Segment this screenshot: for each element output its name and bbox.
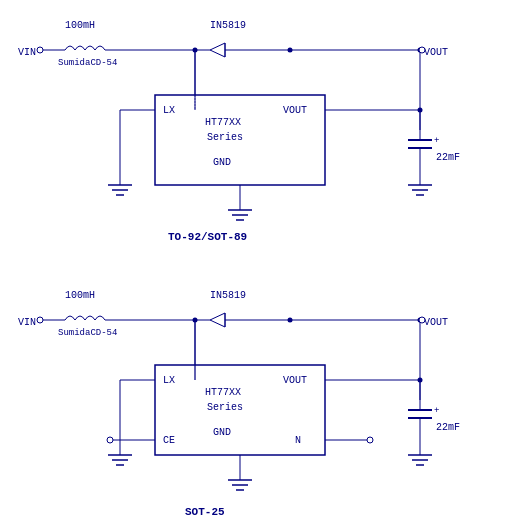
inductor-part-2: SumidaCD-54 — [58, 328, 117, 338]
circuit1-title: TO-92/SOT-89 — [168, 231, 247, 243]
svg-point-50 — [107, 437, 113, 443]
svg-point-74 — [419, 47, 425, 53]
ic-pin-lx-1: LX — [163, 105, 175, 116]
circuit-diagram: VIN 100mH SumidaCD-54 IN5819 VOUT LX — [0, 0, 514, 531]
svg-marker-3 — [210, 43, 225, 57]
ic-pin-vout-2: VOUT — [283, 375, 307, 386]
cap-label-2: 22mF — [436, 422, 460, 433]
ic-pin-lx-2: LX — [163, 375, 175, 386]
svg-point-76 — [419, 317, 425, 323]
svg-point-73 — [37, 47, 43, 53]
diode-label-2: IN5819 — [210, 290, 246, 301]
ic-pin-ce-2: CE — [163, 435, 175, 446]
vin-label-1: VIN — [18, 47, 36, 58]
ic-pin-n-2: N — [295, 435, 301, 446]
cap-plus-2: + — [434, 406, 439, 416]
svg-point-75 — [37, 317, 43, 323]
ic-gnd-label-2: GND — [213, 427, 231, 438]
svg-marker-37 — [210, 313, 225, 327]
circuit2-title: SOT-25 — [185, 506, 225, 518]
ic-name-2: HT77XX — [205, 387, 241, 398]
cap-plus-1: + — [434, 136, 439, 146]
ic-series-2: Series — [207, 402, 243, 413]
vin-label-2: VIN — [18, 317, 36, 328]
inductor-part-1: SumidaCD-54 — [58, 58, 117, 68]
inductor-label-2: 100mH — [65, 290, 95, 301]
ic-gnd-label-1: GND — [213, 157, 231, 168]
diode-label-1: IN5819 — [210, 20, 246, 31]
ic-name-1: HT77XX — [205, 117, 241, 128]
ic-pin-vout-1: VOUT — [283, 105, 307, 116]
svg-point-53 — [367, 437, 373, 443]
cap-label-1: 22mF — [436, 152, 460, 163]
vout-label-1: VOUT — [424, 47, 448, 58]
ic-series-1: Series — [207, 132, 243, 143]
vout-label-2: VOUT — [424, 317, 448, 328]
inductor-label-1: 100mH — [65, 20, 95, 31]
